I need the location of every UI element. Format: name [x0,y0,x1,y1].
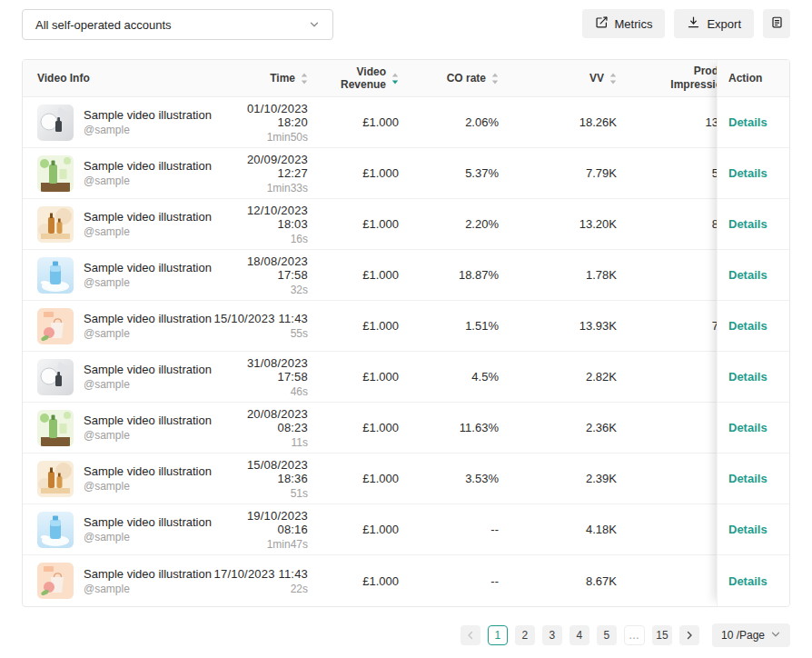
video-time: 12/10/2023 18:03 [213,204,308,231]
action-cell: Details [718,352,789,403]
page-button[interactable]: 4 [569,625,589,645]
details-link[interactable]: Details [728,472,767,485]
details-link[interactable]: Details [728,115,767,129]
video-thumbnail[interactable] [37,206,74,243]
metrics-button[interactable]: Metrics [582,9,666,38]
video-time: 01/10/2023 18:20 [213,102,308,129]
video-thumbnail[interactable] [37,461,74,497]
page-button[interactable]: 2 [515,625,535,645]
video-title[interactable]: Sample video illustration [84,159,212,173]
vv-value: 2.36K [513,421,631,434]
video-title[interactable]: Sample video illustration [84,312,212,325]
sort-arrows-icon[interactable] [609,73,617,85]
table-row: Sample video illustration @sample 01/10/… [23,97,718,148]
vv-value: 4.18K [513,523,631,536]
details-link[interactable]: Details [728,166,767,180]
video-handle: @sample [84,583,212,595]
sort-arrows-icon[interactable] [391,73,399,85]
video-handle: @sample [84,276,212,289]
page-button[interactable]: 15 [652,625,672,645]
video-thumbnail[interactable] [37,105,74,141]
table-scroll-area[interactable]: Video Info Time Video Revenue CO rate VV [23,60,718,606]
col-video-revenue[interactable]: Video Revenue [322,65,413,91]
video-thumbnail[interactable] [37,155,74,192]
account-filter-dropdown[interactable]: All self-operated accounts [22,9,333,40]
details-link[interactable]: Details [728,370,767,384]
video-duration: 1min47s [267,538,308,551]
page-button[interactable]: 1 [488,625,508,645]
video-thumbnail[interactable] [37,359,74,395]
table-row: Sample video illustration @sample 12/10/… [23,199,718,250]
co-rate-value: 5.37% [413,166,513,180]
action-cell: Details [718,97,789,148]
video-duration: 1min50s [267,131,308,144]
video-handle: @sample [84,124,212,136]
video-title[interactable]: Sample video illustration [84,108,212,122]
product-impressions-value: 5 [631,166,718,180]
sort-arrows-icon[interactable] [301,73,308,85]
page-button[interactable]: 3 [542,625,562,645]
video-title[interactable]: Sample video illustration [84,515,212,529]
video-thumbnail[interactable] [37,257,74,294]
table-row: Sample video illustration @sample 15/10/… [23,301,718,352]
co-rate-value: 3.53% [413,472,513,485]
video-time: 20/09/2023 12:27 [213,153,308,180]
action-cell: Details [718,454,789,504]
video-thumbnail[interactable] [37,563,74,599]
details-link[interactable]: Details [728,421,767,434]
table-body: Sample video illustration @sample 01/10/… [23,97,718,606]
video-thumbnail[interactable] [37,308,74,344]
video-time: 19/10/2023 08:16 [213,509,308,536]
col-video-info: Video Info [23,72,213,85]
details-link[interactable]: Details [728,217,767,231]
export-button[interactable]: Export [674,9,754,38]
vv-value: 7.79K [513,166,631,180]
video-duration: 32s [291,284,308,296]
page-button[interactable]: 5 [597,625,617,645]
product-impressions-value: 7 [631,319,718,333]
details-link[interactable]: Details [728,574,767,588]
toolbar: All self-operated accounts Metrics Expor… [0,0,812,50]
account-filter-value: All self-operated accounts [35,18,172,32]
video-title[interactable]: Sample video illustration [84,210,212,224]
product-impressions-value: 13 [631,115,718,129]
col-co-rate[interactable]: CO rate [413,72,513,85]
video-title[interactable]: Sample video illustration [84,414,212,427]
col-action: Action [718,60,789,97]
video-title[interactable]: Sample video illustration [84,363,212,376]
report-button[interactable] [763,9,790,38]
col-product-impressions[interactable]: Product Impressions [631,65,718,92]
video-title[interactable]: Sample video illustration [84,464,212,478]
video-duration: 22s [291,583,308,595]
video-revenue-value: £1.000 [322,268,413,282]
table-row: Sample video illustration @sample 31/08/… [23,352,718,403]
page-ellipsis-button[interactable]: … [624,625,645,645]
co-rate-value: 2.06% [413,115,513,129]
vv-value: 13.93K [513,319,631,333]
video-title[interactable]: Sample video illustration [84,567,212,581]
video-thumbnail[interactable] [37,512,74,548]
video-time: 18/08/2023 17:58 [213,254,308,282]
col-time[interactable]: Time [213,72,322,85]
video-title[interactable]: Sample video illustration [84,261,212,274]
vv-value: 13.20K [513,217,631,231]
details-link[interactable]: Details [728,268,767,282]
sort-arrows-icon[interactable] [491,73,499,85]
col-vv[interactable]: VV [513,72,631,85]
action-cell: Details [718,301,789,352]
vv-value: 1.78K [513,268,631,282]
video-revenue-value: £1.000 [322,523,413,536]
clipboard-icon [770,15,784,32]
details-link[interactable]: Details [728,319,767,333]
details-link[interactable]: Details [728,523,767,536]
page-size-selector[interactable]: 10 /Page [712,623,790,647]
video-thumbnail[interactable] [37,410,74,446]
next-page-button[interactable] [679,625,699,645]
table-row: Sample video illustration @sample 18/08/… [23,250,718,301]
vv-value: 18.26K [513,115,631,129]
prev-page-button[interactable] [460,625,480,645]
video-handle: @sample [84,174,212,187]
video-duration: 11s [292,436,308,449]
video-time: 15/10/2023 11:43 [214,312,308,325]
table-header-row: Video Info Time Video Revenue CO rate VV [23,60,718,97]
